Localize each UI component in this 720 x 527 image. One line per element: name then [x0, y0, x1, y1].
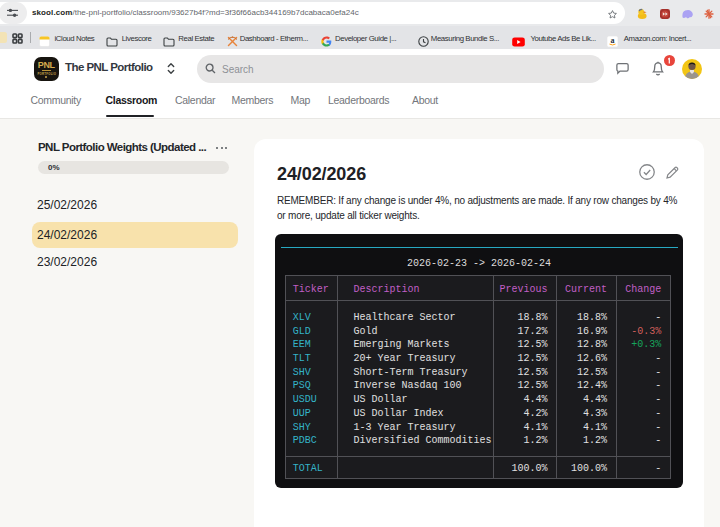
svg-text:a: a: [610, 36, 614, 45]
